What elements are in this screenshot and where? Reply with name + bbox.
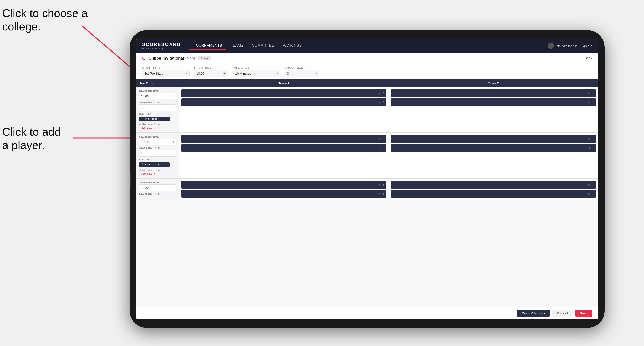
expand-player-icon-12[interactable]: ⋮: [592, 192, 594, 195]
course-label-2: COURSE:: [139, 158, 176, 161]
remove-player-icon-6[interactable]: ✕: [378, 147, 380, 150]
expand-player-icon-9[interactable]: ⋮: [382, 183, 385, 186]
chevron-down-icon-3: ▾: [316, 72, 317, 75]
player-row-6-2[interactable]: ✕ ⋮: [391, 190, 596, 198]
side-button[interactable]: [130, 173, 131, 185]
annotation-line1: Click to choose a: [2, 7, 88, 19]
remove-course-icon-1[interactable]: ✕: [162, 118, 164, 120]
gender-label: (Men): [186, 56, 195, 60]
team1-col-1: ✕ ⋮ ✕ ⋮: [179, 87, 389, 133]
team2-col-3: ✕ ⋮ ✕ ⋮: [389, 178, 598, 200]
course-label-1: COURSE:: [139, 113, 176, 115]
player-row-4-1[interactable]: ✕ ⋮: [391, 135, 596, 143]
th-team2: Team 2: [389, 79, 598, 87]
th-team1: Team 1: [179, 79, 389, 87]
remove-player-icon-5[interactable]: ✕: [378, 137, 380, 141]
player-row-1-2[interactable]: ✕ ⋮: [182, 98, 386, 106]
cancel-button[interactable]: Cancel: [552, 310, 572, 317]
header-right: blair@clippd.io Sign out: [548, 43, 592, 49]
expand-player-icon-10[interactable]: ⋮: [382, 192, 385, 195]
subheader: C Clippd Invitational (Men) Hosting ‹ Ba…: [136, 53, 598, 64]
player-row-6-1[interactable]: ✕ ⋮: [391, 181, 596, 188]
sign-out-link[interactable]: Sign out: [580, 44, 592, 48]
course-chevron-icon-1[interactable]: ⋮: [166, 118, 168, 120]
group-size-select[interactable]: 3 ▾: [285, 70, 319, 77]
player-row-3-2[interactable]: ✕ ⋮: [182, 144, 386, 152]
starting-time-input-3[interactable]: 10:20 ▲ ▼: [139, 184, 176, 191]
player-row-5-1[interactable]: ✕ ⋮: [182, 181, 386, 188]
group-size-group: Group Size 3 ▾: [285, 66, 319, 77]
expand-player-icon-11[interactable]: ⋮: [592, 183, 594, 186]
hole-stepper-1[interactable]: ▲ ▼: [172, 106, 174, 110]
user-email: blair@clippd.io: [556, 44, 578, 48]
player-row-3-1[interactable]: ✕ ⋮: [182, 135, 386, 143]
player-row-5-2[interactable]: ✕ ⋮: [182, 190, 386, 198]
course-tag-2[interactable]: 🏌 East Lake GC ✕ ⋮: [139, 163, 170, 167]
starting-time-input-2[interactable]: 10:10 ▲ ▼: [139, 139, 176, 145]
remove-player-icon-9[interactable]: ✕: [378, 183, 380, 186]
add-group-btn-2[interactable]: + Add Group: [139, 172, 176, 175]
hole-stepper-2[interactable]: ▲ ▼: [172, 152, 174, 155]
remove-player-icon[interactable]: ✕: [378, 92, 380, 95]
remove-player-icon-4[interactable]: ✕: [588, 101, 590, 104]
starting-hole-input-2[interactable]: 1 ▲ ▼: [139, 150, 176, 157]
starting-time-label-1: STARTING TIME:: [139, 90, 176, 92]
starting-time-input-1[interactable]: 10:00 ▲ ▼: [139, 93, 176, 99]
expand-player-icon-2[interactable]: ⋮: [382, 101, 385, 104]
content-scroll[interactable]: STARTING TIME: 10:00 ▲ ▼ STARTING HOLE: …: [136, 87, 598, 307]
remove-player-icon-7[interactable]: ✕: [588, 137, 590, 141]
expand-player-icon[interactable]: ⋮: [382, 92, 385, 95]
time-stepper-3[interactable]: ▲ ▼: [172, 186, 174, 190]
reset-changes-button[interactable]: Reset Changes: [517, 310, 550, 317]
player-row-2-1[interactable]: ✕ ⋮: [391, 89, 596, 97]
remove-player-icon-11[interactable]: ✕: [588, 183, 590, 186]
course-chevron-icon-2[interactable]: ⋮: [166, 163, 168, 166]
nav-tournaments[interactable]: TOURNAMENTS: [190, 42, 226, 50]
remove-group-btn-2[interactable]: ⊖ Remove Group: [139, 169, 176, 172]
starting-time-label-3: STARTING TIME:: [139, 181, 176, 184]
remove-player-icon-12[interactable]: ✕: [588, 192, 590, 195]
remove-player-icon-8[interactable]: ✕: [588, 147, 590, 150]
remove-group-btn-1[interactable]: ⊖ Remove Group: [139, 123, 176, 126]
nav-teams[interactable]: TEAMS: [226, 42, 248, 50]
starting-hole-label-2: STARTING HOLE:: [139, 147, 176, 150]
start-type-label: Start Type: [142, 66, 190, 69]
expand-player-icon-8[interactable]: ⋮: [592, 147, 594, 150]
annotation-line3: Click to add: [2, 126, 61, 138]
expand-player-icon-4[interactable]: ⋮: [592, 101, 594, 104]
start-time-select[interactable]: 10:00 🕐: [194, 70, 228, 77]
remove-course-icon-2[interactable]: ✕: [162, 163, 164, 166]
save-button[interactable]: Save: [575, 310, 592, 317]
remove-player-icon-10[interactable]: ✕: [378, 192, 380, 195]
remove-player-icon-3[interactable]: ✕: [588, 92, 590, 95]
logo-area: SCOREBOARD Powered by clippd: [142, 42, 181, 50]
team1-col-3: ✕ ⋮ ✕ ⋮: [179, 178, 389, 200]
intervals-group: Intervals 10 Minutes ▾: [233, 66, 280, 77]
starting-time-label-2: STARTING TIME:: [139, 136, 176, 138]
clippd-logo-icon: C: [142, 55, 146, 61]
starting-hole-input-1[interactable]: 1 ▲ ▼: [139, 104, 176, 111]
annotation-line4: a player.: [2, 139, 45, 152]
start-type-select[interactable]: 1st Tee Start ▾: [142, 70, 190, 77]
player-row-2-2[interactable]: ✕ ⋮: [391, 98, 596, 106]
add-group-btn-1[interactable]: + Add Group: [139, 127, 176, 130]
intervals-select[interactable]: 10 Minutes ▾: [233, 70, 280, 77]
nav-committee[interactable]: COMMITTEE: [248, 42, 278, 50]
chevron-down-icon: ▾: [186, 72, 187, 75]
expand-player-icon-7[interactable]: ⋮: [592, 138, 594, 141]
annotation-line2: college.: [2, 20, 41, 33]
nav-rankings[interactable]: RANKINGS: [278, 42, 306, 50]
remove-player-icon-2[interactable]: ✕: [378, 101, 380, 104]
back-button[interactable]: ‹ Back: [582, 56, 592, 60]
expand-player-icon-5[interactable]: ⋮: [382, 138, 385, 141]
time-slot-3: STARTING TIME: 10:20 ▲ ▼ STARTING HOLE:: [136, 178, 598, 200]
nav-bar: TOURNAMENTS TEAMS COMMITTEE RANKINGS: [190, 42, 548, 50]
course-tag-1[interactable]: (A) Peachtree GC ✕ ⋮: [139, 117, 170, 121]
expand-player-icon-6[interactable]: ⋮: [382, 147, 385, 150]
time-stepper-1[interactable]: ▲ ▼: [172, 94, 174, 98]
team2-col-2: ✕ ⋮ ✕ ⋮: [389, 133, 598, 178]
expand-player-icon-3[interactable]: ⋮: [592, 92, 594, 95]
time-stepper-2[interactable]: ▲ ▼: [172, 140, 174, 144]
player-row-1-1[interactable]: ✕ ⋮: [182, 89, 386, 97]
player-row-4-2[interactable]: ✕ ⋮: [391, 144, 596, 152]
